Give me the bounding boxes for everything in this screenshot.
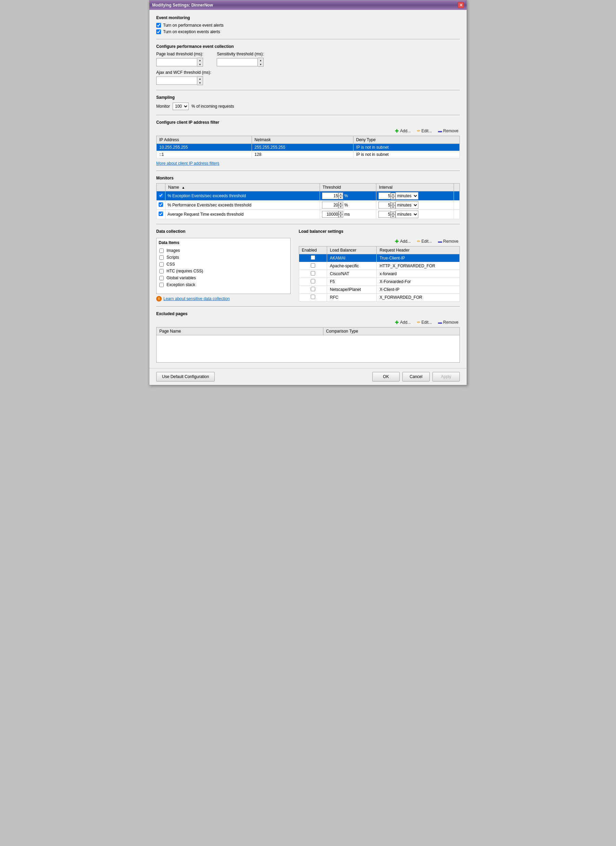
excluded-edit-button[interactable]: ✏ Edit... — [416, 319, 434, 325]
threshold-row: Page load threshold (ms): 15000 ▲ ▼ Sens… — [156, 51, 460, 67]
data-collection-box: Data Items ImagesScriptsCSSHTC (requires… — [156, 238, 291, 294]
exception-alert-checkbox[interactable] — [156, 29, 161, 34]
ip-table-row[interactable]: 10.255.255.255255.255.255.255IP is not i… — [157, 144, 460, 151]
divider-1 — [156, 39, 460, 39]
ip-edit-button[interactable]: ✏ Edit... — [416, 128, 434, 134]
data-item-checkbox[interactable] — [159, 269, 164, 273]
monitor-interval-input[interactable] — [378, 211, 391, 218]
ajax-up[interactable]: ▲ — [197, 76, 203, 81]
excluded-remove-button[interactable]: ▬ Remove — [437, 319, 460, 325]
page-load-input[interactable]: 15000 — [156, 58, 197, 66]
monitor-threshold-down[interactable]: ▼ — [338, 205, 343, 209]
lb-enabled-checkbox[interactable] — [311, 263, 315, 268]
excluded-remove-icon: ▬ — [438, 320, 442, 325]
monitor-checkbox[interactable] — [159, 193, 163, 198]
perf-alert-checkbox[interactable] — [156, 23, 161, 28]
warning-link[interactable]: Learn about sensitive data collection — [163, 296, 230, 301]
lb-table: Enabled Load Balancer Request Header AKA… — [299, 246, 460, 301]
monitor-threshold-up[interactable]: ▲ — [338, 192, 343, 196]
monitor-threshold-input[interactable] — [322, 202, 338, 209]
ajax-down[interactable]: ▼ — [197, 81, 203, 85]
lb-enabled-checkbox[interactable] — [311, 287, 315, 291]
page-load-up[interactable]: ▲ — [197, 58, 203, 62]
lb-table-row[interactable]: AKAMAITrue-Client-IP — [299, 254, 459, 262]
monitor-interval-select[interactable]: minutessecondshours — [395, 192, 418, 200]
data-item-checkbox[interactable] — [159, 283, 164, 287]
data-item-row: Images — [159, 247, 288, 254]
monitor-interval-input[interactable] — [378, 192, 391, 199]
data-item-checkbox[interactable] — [159, 262, 164, 267]
monitor-interval-down[interactable]: ▼ — [391, 206, 395, 209]
lb-edit-button[interactable]: ✏ Edit... — [416, 238, 434, 244]
sensitivity-down[interactable]: ▼ — [258, 62, 263, 66]
data-item-checkbox[interactable] — [159, 276, 164, 280]
excluded-empty-cell2 — [323, 335, 459, 363]
monitors-col-check — [157, 184, 165, 191]
monitor-threshold-down[interactable]: ▼ — [338, 214, 343, 218]
monitors-table-row[interactable]: % Exception Events/sec exceeds threshold… — [157, 191, 460, 201]
monitor-threshold-down[interactable]: ▼ — [338, 196, 343, 199]
lb-enabled-checkbox[interactable] — [311, 271, 315, 276]
monitors-table-row[interactable]: % Performance Events/sec exceeds thresho… — [157, 201, 460, 210]
lb-add-button[interactable]: ✚ Add... — [394, 238, 412, 245]
monitor-interval-up[interactable]: ▲ — [391, 202, 395, 206]
monitor-interval-up[interactable]: ▲ — [391, 211, 395, 214]
monitor-interval-select[interactable]: minutessecondshours — [395, 201, 418, 209]
ip-remove-button[interactable]: ▬ Remove — [437, 128, 460, 134]
data-item-label: HTC (requires CSS) — [166, 269, 203, 273]
default-config-button[interactable]: Use Default Configuration — [156, 372, 215, 382]
lb-table-row[interactable]: RFCX_FORWARDED_FOR — [299, 294, 459, 301]
ok-button[interactable]: OK — [372, 372, 400, 382]
data-item-row: Exception stack — [159, 281, 288, 288]
data-items-list: ImagesScriptsCSSHTC (requires CSS)Global… — [159, 247, 288, 288]
excluded-col-page: Page Name — [157, 328, 323, 335]
lb-table-row[interactable]: F5X-Forwarded-For — [299, 278, 459, 286]
monitor-interval-input[interactable] — [378, 202, 391, 209]
data-item-label: CSS — [166, 262, 175, 267]
ip-col-deny: Deny Type — [353, 136, 459, 144]
page-load-down[interactable]: ▼ — [197, 62, 203, 66]
lb-enabled-checkbox[interactable] — [311, 295, 315, 299]
monitor-checkbox[interactable] — [159, 212, 163, 216]
monitor-threshold-input[interactable] — [322, 192, 338, 199]
sensitivity-up[interactable]: ▲ — [258, 58, 263, 62]
apply-button[interactable]: Apply — [432, 372, 460, 382]
data-item-checkbox[interactable] — [159, 248, 164, 253]
monitor-threshold-input[interactable] — [322, 211, 338, 218]
ajax-input[interactable]: 5000 — [156, 76, 197, 85]
monitors-col-name[interactable]: Name ▲ — [165, 184, 320, 191]
monitor-label: Monitor — [156, 104, 170, 109]
cancel-button[interactable]: Cancel — [402, 372, 430, 382]
ip-table-row[interactable]: ::1128IP is not in subnet — [157, 151, 460, 158]
lb-remove-button[interactable]: ▬ Remove — [437, 238, 460, 244]
sampling-select[interactable]: 100 75 50 25 — [173, 103, 189, 110]
data-item-row: HTC (requires CSS) — [159, 268, 288, 275]
monitor-threshold-up[interactable]: ▲ — [338, 211, 343, 214]
monitor-interval-down[interactable]: ▼ — [391, 214, 395, 218]
excluded-add-button[interactable]: ✚ Add... — [394, 319, 412, 326]
page-load-spinner-btns: ▲ ▼ — [197, 58, 203, 67]
monitor-interval-select[interactable]: minutessecondshours — [395, 210, 418, 218]
data-item-label: Global variables — [166, 276, 196, 280]
ip-add-button[interactable]: ✚ Add... — [394, 128, 412, 134]
lb-enabled-checkbox[interactable] — [311, 256, 315, 260]
ip-more-link[interactable]: More about client IP address filters — [156, 161, 219, 166]
scroll-area[interactable]: Event monitoring Turn on performance eve… — [149, 10, 467, 368]
excluded-edit-icon: ✏ — [417, 320, 420, 325]
data-item-checkbox[interactable] — [159, 256, 164, 260]
monitors-table-row[interactable]: Average Request Time exceeds threshold▲▼… — [157, 210, 460, 219]
monitor-interval-down[interactable]: ▼ — [391, 196, 395, 200]
lb-toolbar: ✚ Add... ✏ Edit... ▬ Remove — [299, 238, 460, 245]
lb-table-row[interactable]: Apache-specificHTTP_X_FORWARDED_FOR — [299, 262, 459, 270]
sensitivity-input[interactable]: 3000 — [217, 58, 258, 66]
close-button[interactable]: ✕ — [458, 2, 464, 8]
lb-table-row[interactable]: Netscape/iPlanetX-Client-IP — [299, 286, 459, 294]
monitor-checkbox[interactable] — [159, 202, 163, 207]
lb-table-row[interactable]: Cisco/NATx-forward — [299, 270, 459, 278]
monitors-col-threshold: Threshold — [320, 184, 376, 191]
monitor-threshold-up[interactable]: ▲ — [338, 202, 343, 205]
add-icon: ✚ — [395, 128, 399, 134]
ip-table: IP Address Netmask Deny Type 10.255.255.… — [156, 136, 460, 158]
monitor-interval-up[interactable]: ▲ — [391, 193, 395, 196]
lb-enabled-checkbox[interactable] — [311, 279, 315, 283]
